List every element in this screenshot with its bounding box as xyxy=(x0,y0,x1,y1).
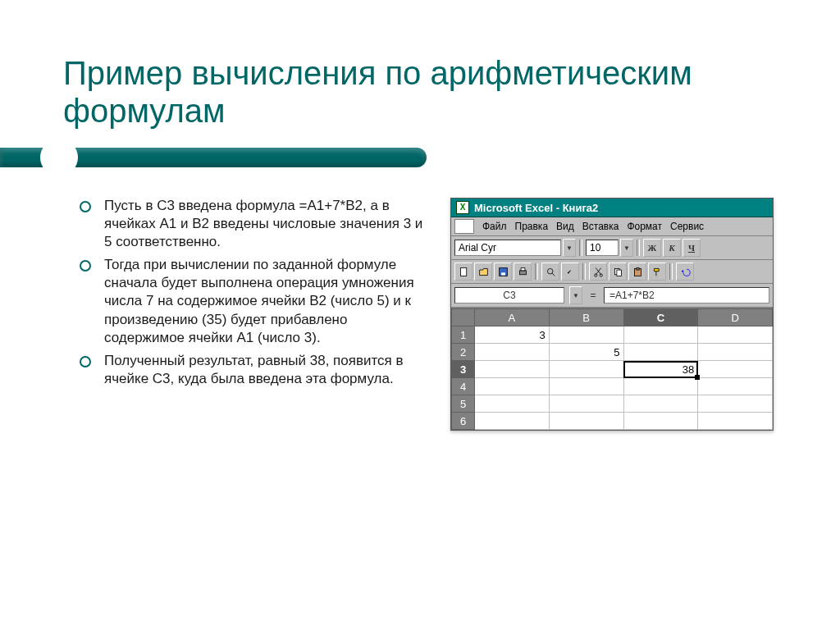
cell-c4[interactable] xyxy=(623,378,698,395)
preview-icon[interactable] xyxy=(541,262,559,281)
svg-line-6 xyxy=(552,273,555,276)
standard-toolbar: ✓ xyxy=(451,260,773,284)
cell-c3[interactable]: 38 xyxy=(623,361,698,378)
row-header-2[interactable]: 2 xyxy=(452,344,475,361)
cell-b5[interactable] xyxy=(549,395,623,413)
select-all-corner[interactable] xyxy=(452,309,475,326)
col-header-b[interactable]: B xyxy=(549,309,623,326)
separator xyxy=(669,263,673,280)
cell-d1[interactable] xyxy=(698,326,773,344)
svg-rect-0 xyxy=(460,267,466,276)
cut-icon[interactable] xyxy=(589,262,607,281)
equals-label: = xyxy=(587,290,599,301)
cell-d4[interactable] xyxy=(698,378,773,395)
font-name-dropdown-icon[interactable]: ▼ xyxy=(563,239,576,257)
menu-view[interactable]: Вид xyxy=(553,220,578,233)
menu-service[interactable]: Сервис xyxy=(667,220,707,233)
grid-table: A B C D 1 3 2 xyxy=(451,308,773,430)
cell-a4[interactable] xyxy=(475,378,550,395)
spreadsheet-grid[interactable]: A B C D 1 3 2 xyxy=(451,308,773,430)
col-header-d[interactable]: D xyxy=(698,309,773,326)
svg-rect-3 xyxy=(519,270,526,274)
excel-title-text: Microsoft Excel - Книга2 xyxy=(474,202,598,214)
font-size-dropdown-icon[interactable]: ▼ xyxy=(620,239,633,257)
name-box-dropdown-icon[interactable]: ▼ xyxy=(569,286,582,304)
accent-circle xyxy=(43,141,75,174)
format-painter-icon[interactable] xyxy=(648,262,666,281)
table-row: 5 xyxy=(452,395,773,413)
excel-column: X Microsoft Excel - Книга2 Файл Правка В… xyxy=(450,197,797,431)
save-icon[interactable] xyxy=(494,262,512,281)
open-icon[interactable] xyxy=(474,262,492,281)
slide: Пример вычисления по арифметическим форм… xyxy=(0,0,840,630)
bold-button[interactable]: Ж xyxy=(643,239,661,257)
row-header-6[interactable]: 6 xyxy=(452,413,475,430)
print-icon[interactable] xyxy=(514,262,532,281)
cell-b1[interactable] xyxy=(549,326,623,344)
italic-button[interactable]: К xyxy=(663,239,681,257)
font-toolbar: ▼ ▼ Ж К Ч xyxy=(451,236,773,260)
col-header-a[interactable]: A xyxy=(475,309,550,326)
row-header-4[interactable]: 4 xyxy=(452,378,475,395)
cell-d6[interactable] xyxy=(698,413,773,430)
separator xyxy=(637,240,640,256)
excel-app-icon: X xyxy=(456,201,469,214)
cell-c5[interactable] xyxy=(623,395,698,413)
table-row: 4 xyxy=(452,378,773,395)
cell-a3[interactable] xyxy=(475,361,550,378)
excel-titlebar: X Microsoft Excel - Книга2 xyxy=(451,199,773,217)
table-row: 1 3 xyxy=(452,326,773,344)
cell-a1[interactable]: 3 xyxy=(475,326,550,344)
row-header-3[interactable]: 3 xyxy=(452,361,475,378)
undo-icon[interactable] xyxy=(676,262,694,281)
menu-format[interactable]: Формат xyxy=(623,220,665,233)
excel-menubar: Файл Правка Вид Вставка Формат Сервис xyxy=(451,217,773,236)
slide-title: Пример вычисления по арифметическим форм… xyxy=(63,54,777,130)
new-icon[interactable] xyxy=(454,262,472,281)
row-header-5[interactable]: 5 xyxy=(452,395,475,413)
underline-button[interactable]: Ч xyxy=(682,239,701,257)
cell-b2[interactable]: 5 xyxy=(549,344,623,361)
cell-d5[interactable] xyxy=(698,395,773,413)
svg-rect-11 xyxy=(616,270,621,276)
table-row: 6 xyxy=(452,413,773,430)
cell-a6[interactable] xyxy=(475,413,550,430)
name-box[interactable]: C3 xyxy=(454,287,564,304)
font-name-input[interactable] xyxy=(454,240,561,256)
column-header-row: A B C D xyxy=(452,309,773,326)
cell-d2[interactable] xyxy=(698,344,773,361)
cell-b4[interactable] xyxy=(549,378,623,395)
svg-rect-2 xyxy=(501,272,505,275)
separator xyxy=(535,263,538,280)
cell-c2[interactable] xyxy=(623,344,698,361)
menu-insert[interactable]: Вставка xyxy=(579,220,623,233)
text-column: Пусть в С3 введена формула =А1+7*В2, а в… xyxy=(80,197,424,431)
menu-file[interactable]: Файл xyxy=(479,220,510,233)
col-header-c[interactable]: C xyxy=(623,309,698,326)
cell-a5[interactable] xyxy=(475,395,550,413)
formula-input[interactable]: =A1+7*B2 xyxy=(604,287,769,304)
font-size-input[interactable] xyxy=(586,240,619,256)
menu-edit[interactable]: Правка xyxy=(512,220,552,233)
cell-b6[interactable] xyxy=(549,413,623,430)
cell-c1[interactable] xyxy=(623,326,698,344)
cell-a2[interactable] xyxy=(475,344,550,361)
svg-rect-13 xyxy=(636,267,638,269)
cell-d3[interactable] xyxy=(698,361,773,378)
svg-text:✓: ✓ xyxy=(566,267,571,275)
cell-b3[interactable] xyxy=(549,361,623,378)
bullet-list: Пусть в С3 введена формула =А1+7*В2, а в… xyxy=(80,197,424,388)
cell-c6[interactable] xyxy=(623,413,698,430)
spellcheck-icon[interactable]: ✓ xyxy=(561,262,579,281)
bullet-item: Тогда при вычислении по заданной формуле… xyxy=(80,256,424,346)
svg-point-5 xyxy=(547,268,553,274)
separator xyxy=(582,263,586,280)
excel-window: X Microsoft Excel - Книга2 Файл Правка В… xyxy=(450,198,774,431)
table-row: 2 5 xyxy=(452,344,773,361)
copy-icon[interactable] xyxy=(609,262,627,281)
row-header-1[interactable]: 1 xyxy=(452,326,475,344)
bullet-item: Полученный результат, равный 38, появитс… xyxy=(80,352,424,388)
table-row: 3 38 xyxy=(452,361,773,378)
paste-icon[interactable] xyxy=(628,262,646,281)
document-icon xyxy=(454,219,474,234)
